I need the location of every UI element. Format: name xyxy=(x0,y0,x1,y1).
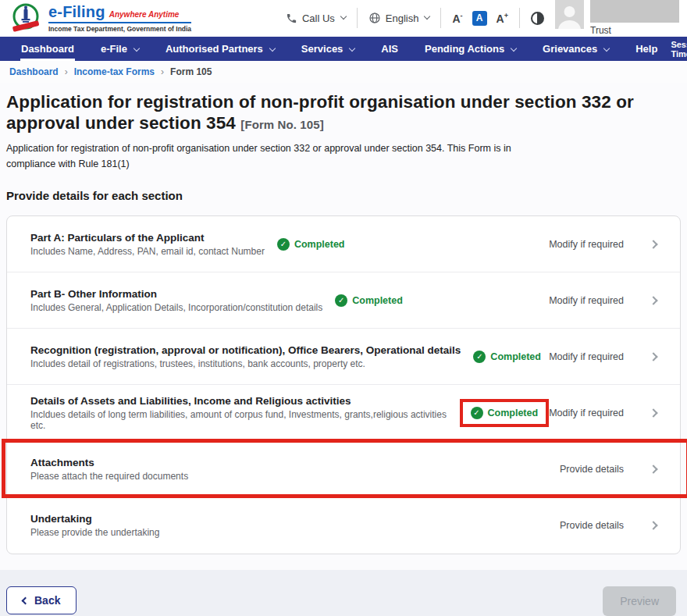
person-silhouette-icon xyxy=(555,2,584,29)
top-header: e-Filing Anywhere Anytime Income Tax Dep… xyxy=(0,0,687,37)
section-row-undertaking[interactable]: Undertaking Please provide the undertaki… xyxy=(7,497,680,554)
breadcrumb: Dashboard › Income-tax Forms › Form 105 xyxy=(0,61,687,83)
section-title: Part A: Particulars of the Applicant xyxy=(30,232,265,244)
section-row-part-b[interactable]: Part B- Other Information Includes Gener… xyxy=(7,272,680,329)
chevron-down-icon xyxy=(349,45,355,51)
main-content: Application for registration of non-prof… xyxy=(0,83,687,570)
brand-tagline: Anywhere Anytime xyxy=(109,10,180,19)
section-action-label: Provide details xyxy=(560,464,624,475)
nav-help[interactable]: Help xyxy=(622,37,671,61)
chevron-down-icon xyxy=(603,45,610,51)
session-timer: Session Time 0 6 : 1 5 xyxy=(671,37,687,61)
status-label: Completed xyxy=(352,295,403,306)
section-action-label: Modify if required xyxy=(549,351,624,362)
chevron-down-icon xyxy=(269,45,276,51)
section-row-attachments[interactable]: Attachments Please attach the required d… xyxy=(7,441,680,497)
status-label: Completed xyxy=(488,408,539,418)
divider xyxy=(357,8,358,28)
breadcrumb-separator: › xyxy=(161,66,164,77)
page-title: Application for registration of non-prof… xyxy=(6,92,675,134)
section-action-label: Modify if required xyxy=(549,408,624,418)
section-subtitle: Incldues details of long term liabilitie… xyxy=(30,409,450,431)
breadcrumb-income-tax-forms[interactable]: Income-tax Forms xyxy=(74,66,155,77)
section-subtitle: Please provide the undertaking xyxy=(30,527,159,538)
font-size-controls: A- A A+ xyxy=(452,11,508,26)
contrast-toggle-icon[interactable] xyxy=(531,12,544,25)
section-title: Part B- Other Information xyxy=(30,288,322,300)
efiling-logo[interactable]: e-Filing Anywhere Anytime Income Tax Dep… xyxy=(9,2,191,34)
chevron-right-icon[interactable] xyxy=(649,465,657,473)
chevron-right-icon[interactable] xyxy=(649,296,657,304)
language-selector[interactable]: English xyxy=(368,12,430,24)
check-circle-icon: ✓ xyxy=(473,351,486,363)
nav-ais[interactable]: AIS xyxy=(368,37,411,61)
check-circle-icon: ✓ xyxy=(471,407,483,419)
breadcrumb-separator: › xyxy=(65,66,68,77)
nav-grievances[interactable]: Grievances xyxy=(529,37,622,61)
nav-dashboard[interactable]: Dashboard xyxy=(8,37,87,61)
back-button[interactable]: Back xyxy=(6,586,77,614)
section-subtitle: Includes detail of registrations, truste… xyxy=(30,358,461,369)
section-title: Recognition (registration, approval or n… xyxy=(30,344,461,356)
section-row-recognition[interactable]: Recognition (registration, approval or n… xyxy=(7,329,680,385)
globe-icon xyxy=(368,12,381,24)
brand-subtitle: Income Tax Department, Government of Ind… xyxy=(48,25,191,33)
chevron-right-icon[interactable] xyxy=(649,240,657,248)
font-increase-button[interactable]: A+ xyxy=(497,12,508,25)
section-subtitle: Includes General, Application Details, I… xyxy=(30,302,322,313)
chevron-right-icon[interactable] xyxy=(649,352,657,361)
status-badge: ✓ Completed xyxy=(335,294,403,307)
check-circle-icon: ✓ xyxy=(335,294,347,307)
chevron-right-icon[interactable] xyxy=(649,521,657,529)
form-number: [Form No. 105] xyxy=(240,118,323,131)
status-badge: ✓ Completed xyxy=(277,238,345,251)
breadcrumb-dashboard[interactable]: Dashboard xyxy=(9,66,59,77)
section-action-label: Provide details xyxy=(560,520,624,531)
section-action-label: Modify if required xyxy=(549,295,624,306)
sections-heading: Provide details for each section xyxy=(6,189,681,202)
section-title: Attachments xyxy=(30,457,188,468)
income-tax-dept-emblem-icon xyxy=(9,2,42,34)
status-label: Completed xyxy=(294,239,345,250)
font-normal-button[interactable]: A xyxy=(472,11,487,26)
language-label: English xyxy=(386,12,419,24)
status-label: Completed xyxy=(490,351,541,362)
status-badge: ✓ Completed xyxy=(473,351,541,363)
user-name-redacted-block xyxy=(590,0,679,23)
chevron-left-icon xyxy=(22,596,30,604)
session-time-label: Session Time xyxy=(671,40,687,59)
font-decrease-button[interactable]: A- xyxy=(452,12,462,25)
section-subtitle: Includes Name, Address, PAN, email id, c… xyxy=(30,246,265,257)
highlight-box-completed-badge: ✓ Completed xyxy=(460,399,550,427)
chevron-down-icon xyxy=(133,45,140,51)
divider xyxy=(440,8,441,28)
chevron-down-icon xyxy=(340,13,347,20)
page-description: Application for registration of non-prof… xyxy=(6,141,546,172)
divider xyxy=(519,8,520,28)
call-us-label: Call Us xyxy=(302,12,335,24)
nav-e-file[interactable]: e-File xyxy=(87,37,152,61)
section-title: Undertaking xyxy=(30,513,159,525)
brand-name: e-Filing xyxy=(48,3,105,21)
preview-button[interactable]: Preview xyxy=(603,586,676,616)
section-action-label: Modify if required xyxy=(549,239,624,250)
footer-actions: Back Preview xyxy=(0,570,687,616)
chevron-right-icon[interactable] xyxy=(649,408,657,417)
nav-pending-actions[interactable]: Pending Actions xyxy=(411,37,529,61)
sections-card: Part A: Particulars of the Applicant Inc… xyxy=(6,215,681,554)
call-us-menu[interactable]: Call Us xyxy=(286,12,346,24)
phone-icon xyxy=(286,12,297,24)
brand-text: e-Filing Anywhere Anytime Income Tax Dep… xyxy=(48,3,191,33)
user-profile[interactable]: Trust xyxy=(555,0,679,36)
section-row-assets-liabilities[interactable]: Details of Assets and Liabilities, Incom… xyxy=(7,385,680,441)
breadcrumb-current: Form 105 xyxy=(170,66,212,77)
nav-services[interactable]: Services xyxy=(288,37,368,61)
section-row-part-a[interactable]: Part A: Particulars of the Applicant Inc… xyxy=(7,216,680,272)
user-avatar xyxy=(555,0,584,29)
chevron-down-icon xyxy=(424,13,430,20)
section-title: Details of Assets and Liabilities, Incom… xyxy=(30,395,450,407)
section-subtitle: Please attach the required documents xyxy=(30,471,188,482)
check-circle-icon: ✓ xyxy=(277,238,290,251)
main-navigation: Dashboard e-File Authorised Partners Ser… xyxy=(0,37,687,61)
nav-authorised-partners[interactable]: Authorised Partners xyxy=(152,37,288,61)
